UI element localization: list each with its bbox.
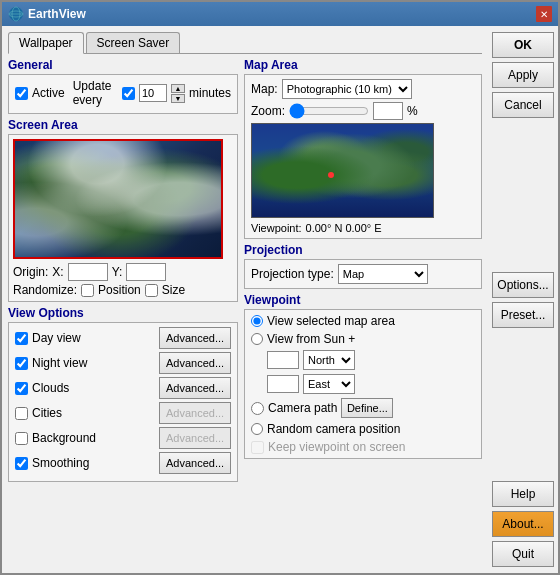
smoothing-label: Smoothing — [32, 456, 89, 470]
view-option-background: Background Advanced... — [15, 427, 231, 449]
x-input[interactable]: 0 — [68, 263, 108, 281]
viewpoint-random-radio[interactable] — [251, 423, 263, 435]
viewpoint-option-random: Random camera position — [251, 422, 475, 436]
map-area-section: Map Area Map: Photographic (10 km) Zoom: — [244, 58, 482, 239]
sun-north-deg-input[interactable]: 0° — [267, 351, 299, 369]
percent-label: % — [407, 104, 418, 118]
clouds-checkbox[interactable] — [15, 382, 28, 395]
projection-type-label: Projection type: — [251, 267, 334, 281]
close-button[interactable]: ✕ — [536, 6, 552, 22]
active-checkbox[interactable] — [15, 87, 28, 100]
update-up-btn[interactable]: ▲ — [171, 84, 185, 93]
viewpoint-box: View selected map area View from Sun + 0… — [244, 309, 482, 459]
map-area-label: Map Area — [244, 58, 482, 72]
keep-viewpoint-checkbox[interactable] — [251, 441, 264, 454]
view-option-night: Night view Advanced... — [15, 352, 231, 374]
clouds-advanced-btn[interactable]: Advanced... — [159, 377, 231, 399]
day-view-checkbox[interactable] — [15, 332, 28, 345]
right-column: Map Area Map: Photographic (10 km) Zoom: — [244, 58, 482, 567]
night-view-advanced-btn[interactable]: Advanced... — [159, 352, 231, 374]
map-select-row: Map: Photographic (10 km) — [251, 79, 475, 99]
left-column: General Active Update every 10 ▲ — [8, 58, 238, 567]
viewpoint-display-label: Viewpoint: — [251, 222, 302, 234]
viewpoint-sun-label: View from Sun + — [267, 332, 355, 346]
keep-viewpoint-label: Keep viewpoint on screen — [268, 440, 405, 454]
view-option-day: Day view Advanced... — [15, 327, 231, 349]
view-options-box: Day view Advanced... Night view Adv — [8, 322, 238, 482]
keep-viewpoint-row: Keep viewpoint on screen — [251, 440, 475, 454]
window-title: EarthView — [28, 7, 86, 21]
update-down-btn[interactable]: ▼ — [171, 94, 185, 103]
night-view-checkbox[interactable] — [15, 357, 28, 370]
tab-screensaver[interactable]: Screen Saver — [86, 32, 181, 53]
update-value-input[interactable]: 10 — [139, 84, 167, 102]
minutes-label: minutes — [189, 86, 231, 100]
map-select[interactable]: Photographic (10 km) — [282, 79, 412, 99]
day-view-advanced-btn[interactable]: Advanced... — [159, 327, 231, 349]
viewpoint-option-map: View selected map area — [251, 314, 475, 328]
zoom-input[interactable]: 1 — [373, 102, 403, 120]
projection-type-select[interactable]: Map — [338, 264, 428, 284]
zoom-row: Zoom: 1 % — [251, 102, 475, 120]
main-panel: Wallpaper Screen Saver General Active — [2, 26, 488, 573]
randomize-row: Randomize: Position Size — [13, 283, 233, 297]
options-button[interactable]: Options... — [492, 272, 554, 298]
define-button[interactable]: Define... — [341, 398, 393, 418]
view-options-section: View Options Day view Advanced... — [8, 306, 238, 567]
sun-north-dir-select[interactable]: North — [303, 350, 355, 370]
randomize-position-checkbox[interactable] — [81, 284, 94, 297]
help-button[interactable]: Help — [492, 481, 554, 507]
y-input[interactable]: 0 — [126, 263, 166, 281]
cities-advanced-btn: Advanced... — [159, 402, 231, 424]
night-view-label: Night view — [32, 356, 87, 370]
sun-east-row: 0° East — [267, 374, 475, 394]
about-button[interactable]: About... — [492, 511, 554, 537]
viewpoint-camera-radio[interactable] — [251, 402, 264, 415]
viewpoint-map-label: View selected map area — [267, 314, 395, 328]
sun-east-deg-input[interactable]: 0° — [267, 375, 299, 393]
quit-button[interactable]: Quit — [492, 541, 554, 567]
background-advanced-btn: Advanced... — [159, 427, 231, 449]
tab-wallpaper[interactable]: Wallpaper — [8, 32, 84, 54]
projection-box: Projection type: Map — [244, 259, 482, 289]
view-option-cities: Cities Advanced... — [15, 402, 231, 424]
preset-button[interactable]: Preset... — [492, 302, 554, 328]
cancel-button[interactable]: Cancel — [492, 92, 554, 118]
day-view-label: Day view — [32, 331, 81, 345]
x-label: X: — [52, 265, 63, 279]
view-options-label: View Options — [8, 306, 238, 320]
map-area-box: Map: Photographic (10 km) Zoom: 1 % — [244, 74, 482, 239]
cities-label: Cities — [32, 406, 62, 420]
view-option-clouds: Clouds Advanced... — [15, 377, 231, 399]
map-label: Map: — [251, 82, 278, 96]
sun-north-row: 0° North — [267, 350, 475, 370]
app-icon — [8, 6, 24, 22]
randomize-size-checkbox[interactable] — [145, 284, 158, 297]
background-checkbox[interactable] — [15, 432, 28, 445]
smoothing-checkbox[interactable] — [15, 457, 28, 470]
screen-area-section: Screen Area Origin: X: 0 Y: — [8, 118, 238, 302]
viewpoint-sun-radio[interactable] — [251, 333, 263, 345]
general-box: Active Update every 10 ▲ ▼ minutes — [8, 74, 238, 114]
viewpoint-map-radio[interactable] — [251, 315, 263, 327]
background-label: Background — [32, 431, 96, 445]
ok-button[interactable]: OK — [492, 32, 554, 58]
viewpoint-option-camera: Camera path Define... — [251, 398, 475, 418]
zoom-slider[interactable] — [289, 104, 369, 118]
update-label: Update every — [73, 79, 118, 107]
active-label: Active — [32, 86, 65, 100]
viewpoint-display-row: Viewpoint: 0.00° N 0.00° E — [251, 222, 475, 234]
smoothing-advanced-btn[interactable]: Advanced... — [159, 452, 231, 474]
projection-section: Projection Projection type: Map — [244, 243, 482, 289]
update-checkbox[interactable] — [122, 87, 135, 100]
clouds-label: Clouds — [32, 381, 69, 395]
viewpoint-display-value: 0.00° N 0.00° E — [306, 222, 382, 234]
main-window: EarthView ✕ Wallpaper Screen Saver Gener… — [0, 0, 560, 575]
sun-east-dir-select[interactable]: East — [303, 374, 355, 394]
tab-content: General Active Update every 10 ▲ — [8, 58, 482, 567]
viewpoint-camera-label: Camera path — [268, 401, 337, 415]
randomize-label: Randomize: — [13, 283, 77, 297]
apply-button[interactable]: Apply — [492, 62, 554, 88]
screen-area-box: Origin: X: 0 Y: 0 Randomize: Position — [8, 134, 238, 302]
cities-checkbox[interactable] — [15, 407, 28, 420]
